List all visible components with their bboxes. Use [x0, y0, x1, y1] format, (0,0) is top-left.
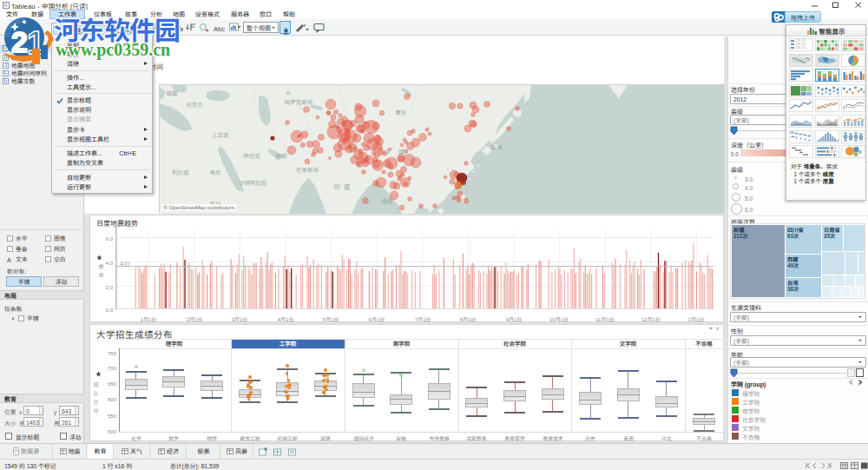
svg-text:123 123: 123 123	[796, 46, 806, 50]
